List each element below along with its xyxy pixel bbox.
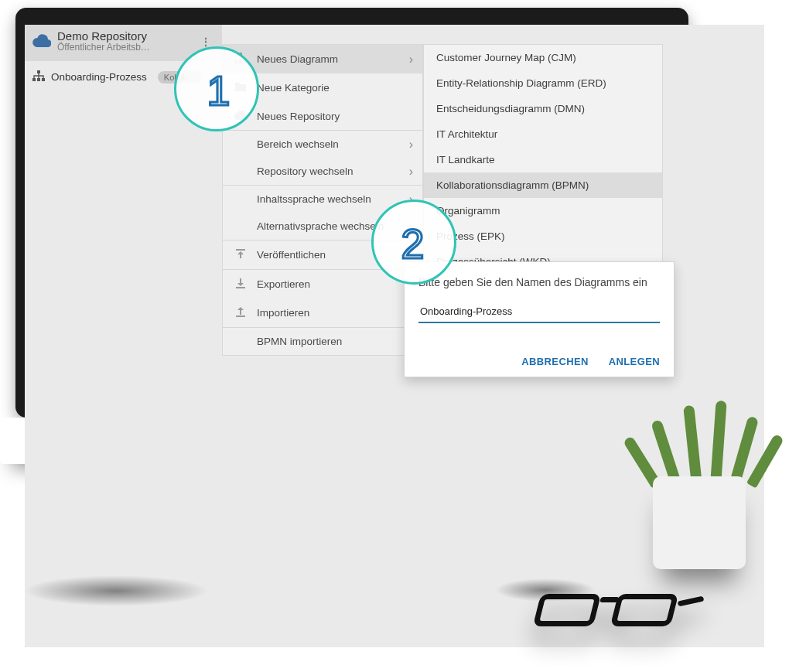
step-badge-2: 2 — [371, 200, 456, 285]
menu-item-label: Repository wechseln — [257, 165, 354, 177]
create-button[interactable]: ANLEGEN — [609, 356, 660, 367]
submenu-item-org[interactable]: Organigramm — [424, 198, 662, 223]
menu-item-label: BPMN importieren — [257, 336, 342, 347]
menu-item-label: Neue Kategorie — [257, 82, 330, 94]
menu-item-switch-area[interactable]: Bereich wechseln — [223, 131, 422, 158]
menu-item-switch-repository[interactable]: Repository wechseln — [223, 158, 422, 185]
repository-titles: Demo Repository Öffentlicher Arbeitsb… — [57, 29, 190, 53]
menu-item-label: Alternativsprache wechseln — [257, 220, 384, 232]
submenu-item-label: IT Landkarte — [436, 154, 495, 165]
svg-text:2: 2 — [401, 220, 424, 266]
svg-rect-3 — [42, 78, 45, 81]
cancel-button[interactable]: ABBRECHEN — [521, 356, 589, 367]
submenu-item-bpmn[interactable]: Kollaborationsdiagramm (BPMN) — [424, 172, 662, 198]
menu-item-label: Neues Diagramm — [257, 53, 338, 65]
submenu-item-label: IT Architektur — [436, 128, 497, 140]
dialog-buttons: ABBRECHEN ANLEGEN — [418, 356, 660, 367]
submenu-item-it-arch[interactable]: IT Architektur — [424, 121, 662, 147]
menu-item-label: Importieren — [257, 307, 309, 319]
svg-rect-2 — [37, 78, 40, 81]
submenu-item-dmn[interactable]: Entscheidungsdiagramm (DMN) — [424, 96, 662, 121]
submenu-item-it-map[interactable]: IT Landkarte — [424, 147, 662, 172]
dialog-label: Bitte geben Sie den Namen des Diagramms … — [418, 276, 660, 288]
plant-leaves — [651, 402, 750, 486]
publish-icon — [234, 248, 248, 261]
shadow — [495, 578, 596, 602]
sitemap-icon — [32, 70, 45, 84]
submenu-item-epk[interactable]: Prozess (EPK) — [424, 223, 662, 249]
diagram-name-input[interactable] — [418, 302, 660, 323]
svg-rect-1 — [32, 78, 36, 81]
submenu-item-erd[interactable]: Entity-Relationship Diagramm (ERD) — [424, 70, 662, 96]
upload-icon — [234, 306, 248, 319]
repository-title: Demo Repository — [57, 29, 190, 43]
plant-pot — [653, 476, 746, 569]
submenu-item-label: Customer Journey Map (CJM) — [436, 52, 576, 63]
name-dialog: Bitte geben Sie den Namen des Diagramms … — [404, 261, 675, 377]
submenu-item-cjm[interactable]: Customer Journey Map (CJM) — [424, 45, 662, 70]
menu-item-label: Veröffentlichen — [257, 249, 326, 261]
submenu-item-label: Entity-Relationship Diagramm (ERD) — [436, 77, 606, 89]
diagram-type-submenu: Customer Journey Map (CJM) Entity-Relati… — [423, 44, 663, 275]
submenu-item-label: Kollaborationsdiagramm (BPMN) — [436, 179, 589, 191]
menu-item-label: Exportieren — [257, 278, 310, 290]
menu-item-label: Bereich wechseln — [257, 138, 339, 150]
tree-item-label: Onboarding-Prozess — [51, 71, 147, 83]
download-icon — [234, 278, 248, 291]
menu-item-import[interactable]: Importieren — [223, 298, 422, 327]
cloud-icon — [32, 33, 51, 49]
menu-item-bpmn-import[interactable]: BPMN importieren — [223, 328, 422, 355]
step-badge-1: 1 — [174, 46, 259, 131]
svg-text:1: 1 — [207, 67, 231, 113]
menu-item-label: Inhaltssprache wechseln — [257, 193, 371, 205]
submenu-item-label: Entscheidungsdiagramm (DMN) — [436, 103, 585, 114]
shadow — [23, 575, 209, 606]
repository-subtitle: Öffentlicher Arbeitsb… — [57, 43, 190, 53]
svg-rect-0 — [37, 70, 40, 73]
menu-item-label: Neues Repository — [257, 111, 340, 122]
